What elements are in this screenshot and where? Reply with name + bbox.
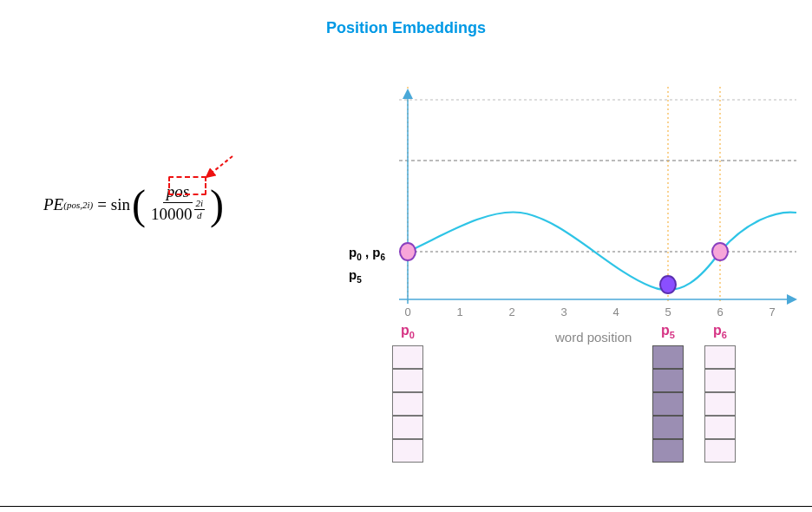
formula-denominator: 10000 2i d xyxy=(147,203,208,226)
svg-point-11 xyxy=(712,243,728,260)
pe-formula: PE(pos,2i) = sin ( pos 10000 2i d ) xyxy=(43,182,224,226)
ylabel-p0-p6: p0 , p6 xyxy=(349,245,385,262)
embedding-vector-p0 xyxy=(392,345,423,463)
formula-exp-den: d xyxy=(197,210,202,221)
formula-func: sin xyxy=(111,195,130,214)
svg-point-10 xyxy=(660,276,676,293)
embedding-vector-p6 xyxy=(704,345,736,463)
tick-2: 2 xyxy=(508,305,514,318)
tick-3: 3 xyxy=(560,305,566,318)
vec-cell xyxy=(704,439,736,463)
vec-cell xyxy=(392,439,423,463)
pe-chart xyxy=(390,87,798,321)
vec-cell xyxy=(652,392,684,416)
plabel-6: p6 xyxy=(713,323,727,340)
formula-numerator: pos xyxy=(163,182,193,203)
paren-close: ) xyxy=(210,184,224,226)
formula-lhs-sub: (pos,2i) xyxy=(63,200,93,210)
vec-cell xyxy=(392,392,423,416)
vec-cell xyxy=(652,369,684,392)
tick-0: 0 xyxy=(404,305,410,318)
tick-5: 5 xyxy=(665,305,671,318)
vec-cell xyxy=(392,416,423,439)
page-title: Position Embeddings xyxy=(0,19,812,37)
formula-lhs: PE xyxy=(43,195,63,214)
arrow-icon xyxy=(200,154,234,181)
plabel-0: p0 xyxy=(401,323,415,340)
formula-fraction: pos 10000 2i d xyxy=(147,182,208,226)
embedding-vector-p5 xyxy=(652,345,684,463)
vec-cell xyxy=(704,369,736,392)
paren-open: ( xyxy=(132,184,146,226)
formula-eq: = xyxy=(97,195,107,214)
vec-cell xyxy=(392,369,423,392)
vec-cell xyxy=(652,416,684,439)
divider xyxy=(0,506,812,507)
tick-7: 7 xyxy=(769,305,775,318)
plabel-5: p5 xyxy=(661,323,675,340)
tick-4: 4 xyxy=(612,305,619,318)
vec-cell xyxy=(652,345,684,369)
tick-6: 6 xyxy=(717,305,723,318)
vec-cell xyxy=(704,392,736,416)
tick-1: 1 xyxy=(456,305,462,318)
vec-cell xyxy=(652,439,684,463)
vec-cell xyxy=(704,416,736,439)
formula-exponent: 2i d xyxy=(194,198,206,221)
formula-den-base: 10000 xyxy=(151,205,193,225)
formula-exp-num: 2i xyxy=(194,198,206,210)
svg-line-0 xyxy=(206,156,232,177)
ylabel-p5: p5 xyxy=(349,267,362,285)
vec-cell xyxy=(704,345,736,369)
svg-point-9 xyxy=(400,243,416,260)
vec-cell xyxy=(392,345,423,369)
x-axis-label: word position xyxy=(555,330,632,345)
